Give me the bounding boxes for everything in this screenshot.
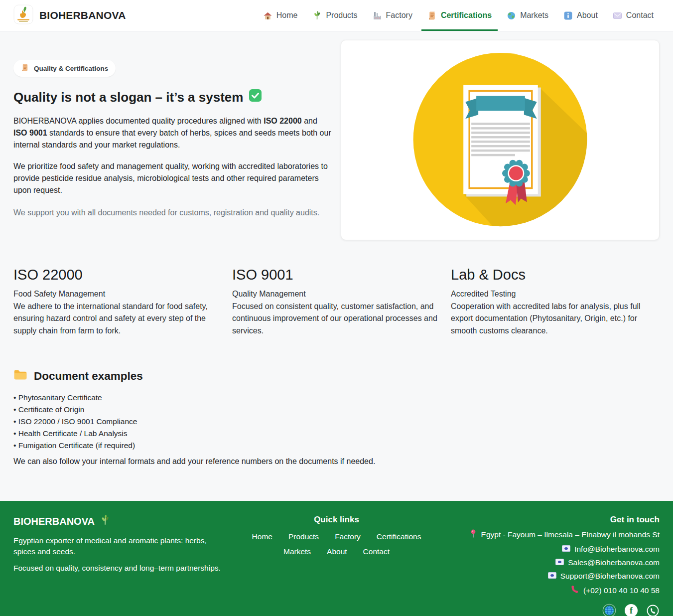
certificate-illustration-card	[341, 40, 660, 240]
nav-label: Markets	[520, 11, 548, 20]
nav-item-markets[interactable]: Markets	[501, 0, 554, 31]
email-icon	[555, 558, 564, 567]
document-list-item: Phytosanitary Certificate	[13, 392, 660, 404]
social-links	[445, 604, 660, 616]
main-nav: Home Products Factory Certifications Mar…	[257, 0, 660, 31]
document-examples-title: Document examples	[34, 370, 143, 383]
leaf-icon	[312, 11, 322, 20]
hero-text-column: Quality & Certifications Quality is not …	[13, 40, 332, 240]
standard-subtitle: Accredited Testing	[451, 288, 660, 301]
email-text: Support@Bioherbanova.com	[560, 572, 660, 581]
nav-item-about[interactable]: About	[557, 0, 604, 31]
nav-label: Home	[276, 11, 298, 20]
footer-description-1: Egyptian exporter of medical and aromati…	[13, 535, 228, 557]
safety-paragraph: We prioritize food safety and management…	[13, 160, 332, 196]
document-list-item: ISO 22000 / ISO 9001 Compliance	[13, 416, 660, 428]
standards-section: ISO 22000 Food Safety Management We adhe…	[13, 267, 660, 337]
intro-text: standards to ensure that every batch of …	[13, 129, 331, 149]
standard-description: We adhere to the international standard …	[13, 301, 222, 337]
nav-item-home[interactable]: Home	[257, 0, 304, 31]
nav-item-products[interactable]: Products	[306, 0, 363, 31]
scroll-icon	[21, 63, 29, 73]
standard-description: Focused on consistent quality, customer …	[232, 301, 441, 337]
footer-link-contact[interactable]: Contact	[363, 547, 390, 556]
email-text: Info@Bioherbanova.com	[574, 545, 660, 554]
scroll-icon	[427, 11, 437, 20]
email-icon	[548, 572, 556, 581]
document-examples-section: Document examples Phytosanitary Certific…	[13, 369, 660, 501]
footer-link-products[interactable]: Products	[288, 532, 319, 541]
nav-label: Products	[326, 11, 357, 20]
lab-docs-block: Lab & Docs Accredited Testing Cooperatio…	[451, 267, 660, 337]
footer-brand-name: BIOHERBANOVA	[13, 516, 95, 527]
standard-title: ISO 22000	[13, 267, 222, 283]
footer-brand: BIOHERBANOVA	[13, 515, 228, 528]
nav-item-factory[interactable]: Factory	[367, 0, 418, 31]
footer-link-about[interactable]: About	[327, 547, 347, 556]
footer-quick-links-column: Quick links Home Products Factory Certif…	[233, 515, 440, 616]
footer-brand-column: BIOHERBANOVA Egyptian exporter of medica…	[13, 515, 228, 616]
iso-22000-block: ISO 22000 Food Safety Management We adhe…	[13, 267, 222, 337]
nav-label: Contact	[626, 11, 654, 20]
footer-link-factory[interactable]: Factory	[335, 532, 361, 541]
email-text: Sales@Bioherbanova.com	[568, 558, 660, 567]
info-icon	[563, 11, 573, 20]
header: BIOHERBANOVA Home Products Factory Certi…	[0, 0, 673, 31]
nav-label: Factory	[386, 11, 412, 20]
standard-description: Cooperation with accredited labs for ana…	[451, 301, 660, 337]
email-icon	[562, 545, 570, 554]
footer-link-markets[interactable]: Markets	[283, 547, 311, 556]
footer-link-home[interactable]: Home	[252, 532, 272, 541]
quick-links-title: Quick links	[233, 515, 440, 525]
page-title: Quality is not a slogan – it’s a system	[13, 89, 332, 106]
website-globe-icon[interactable]	[602, 604, 616, 616]
check-mark-icon	[249, 89, 262, 106]
pin-icon	[469, 529, 477, 540]
document-list-item: Health Certificate / Lab Analysis	[13, 428, 660, 440]
iso-22000-emphasis: ISO 22000	[264, 117, 302, 125]
standard-subtitle: Food Safety Management	[13, 288, 222, 301]
factory-icon	[373, 11, 382, 20]
nav-label: Certifications	[441, 11, 492, 20]
quality-badge: Quality & Certifications	[13, 60, 116, 77]
standard-title: Lab & Docs	[451, 267, 660, 283]
intro-text: and	[302, 117, 317, 125]
document-list: Phytosanitary Certificate Certificate of…	[13, 392, 660, 452]
footer-link-certifications[interactable]: Certifications	[377, 532, 421, 541]
iso-9001-emphasis: ISO 9001	[13, 129, 47, 137]
brand-name: BIOHERBANOVA	[39, 9, 126, 21]
intro-paragraph: BIOHERBANOVA applies documented quality …	[13, 115, 332, 151]
footer-main: BIOHERBANOVA Egyptian exporter of medica…	[0, 501, 673, 616]
intro-text: BIOHERBANOVA applies documented quality …	[13, 117, 264, 125]
document-examples-heading: Document examples	[13, 369, 660, 384]
footer: BIOHERBANOVA Egyptian exporter of medica…	[0, 501, 673, 616]
iso-9001-block: ISO 9001 Quality Management Focused on c…	[232, 267, 441, 337]
email-info-row[interactable]: Info@Bioherbanova.com	[445, 545, 660, 554]
certificate-illustration	[341, 40, 659, 240]
nav-item-contact[interactable]: Contact	[607, 0, 660, 31]
address-row: Egypt - Fayoum – Ilmesala – Elnabwy il m…	[445, 529, 660, 540]
quick-links: Home Products Factory Certifications Mar…	[233, 532, 440, 556]
main-content: Quality & Certifications Quality is not …	[0, 31, 673, 501]
phone-row[interactable]: (+02) 010 40 10 40 58	[445, 585, 660, 596]
nav-item-certifications[interactable]: Certifications	[421, 0, 498, 31]
footer-description-2: Focused on quality, consistency and long…	[13, 563, 228, 574]
page-title-text: Quality is not a slogan – it’s a system	[13, 90, 243, 105]
email-sales-row[interactable]: Sales@Bioherbanova.com	[445, 558, 660, 567]
phone-icon	[571, 585, 579, 596]
facebook-icon[interactable]	[625, 604, 638, 616]
document-note: We can also follow your internal formats…	[13, 457, 660, 466]
document-list-item: Certificate of Origin	[13, 404, 660, 416]
document-list-item: Fumigation Certificate (if required)	[13, 440, 660, 452]
get-in-touch-title: Get in touch	[445, 515, 660, 525]
envelope-icon	[613, 11, 622, 20]
support-paragraph: We support you with all documents needed…	[13, 207, 332, 219]
brand[interactable]: BIOHERBANOVA	[13, 0, 126, 31]
home-icon	[263, 11, 272, 20]
hero-section: Quality & Certifications Quality is not …	[13, 40, 660, 240]
email-support-row[interactable]: Support@Bioherbanova.com	[445, 572, 660, 581]
nav-label: About	[577, 11, 598, 20]
standard-subtitle: Quality Management	[232, 288, 441, 301]
herb-sprig-icon	[100, 515, 111, 528]
whatsapp-icon[interactable]	[646, 604, 660, 616]
